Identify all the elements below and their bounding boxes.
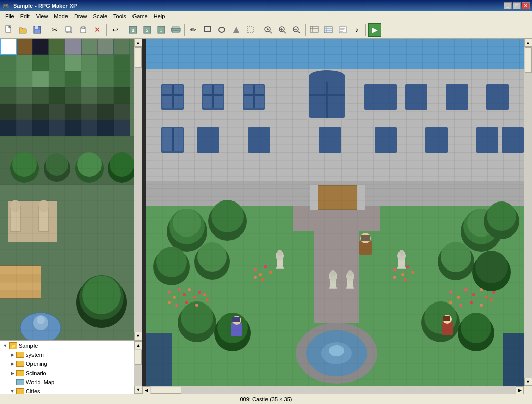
- tile-area[interactable]: [0, 39, 134, 340]
- map-hscroll-track[interactable]: [150, 386, 516, 394]
- map-hscroll[interactable]: ◀ ▶: [142, 386, 524, 394]
- svg-text:2: 2: [146, 28, 148, 33]
- svg-rect-61: [65, 55, 81, 71]
- play-button[interactable]: ▶: [368, 23, 381, 37]
- tree-scroll-up[interactable]: ▲: [134, 341, 142, 349]
- svg-rect-241: [248, 127, 270, 153]
- map-vscroll[interactable]: ▲ ▼: [524, 39, 532, 386]
- menu-file[interactable]: File: [2, 12, 17, 20]
- tree-opening-expand[interactable]: ▶: [8, 360, 16, 368]
- tile-scroll-thumb[interactable]: [135, 47, 142, 68]
- tile-scroll-down[interactable]: ▼: [134, 332, 142, 340]
- map-vscroll-track[interactable]: [524, 47, 532, 378]
- svg-rect-56: [114, 39, 130, 55]
- menu-view[interactable]: View: [33, 12, 51, 20]
- tile-panel: ▲ ▼: [0, 39, 142, 341]
- menu-help[interactable]: Help: [151, 12, 169, 20]
- fill-button[interactable]: [229, 23, 243, 37]
- map-scroll-down[interactable]: ▼: [524, 378, 533, 386]
- menu-edit[interactable]: Edit: [17, 12, 33, 20]
- new-button[interactable]: [2, 23, 15, 37]
- map-area[interactable]: ▲ ▼ ◀ ▶: [142, 39, 532, 394]
- undo-button[interactable]: ↩: [109, 23, 122, 37]
- alllayers-button[interactable]: [169, 23, 182, 37]
- sound-button[interactable]: ♪: [350, 23, 363, 37]
- svg-rect-83: [32, 104, 49, 120]
- delete-button[interactable]: ✕: [91, 23, 104, 37]
- svg-point-327: [399, 250, 404, 256]
- map-list-button[interactable]: [322, 23, 335, 37]
- svg-rect-64: [114, 55, 130, 71]
- tree-item-cities[interactable]: ▼ Cities: [0, 387, 142, 394]
- zoom-button[interactable]: [261, 23, 275, 37]
- tree-item-scinario-label: Scinario: [26, 370, 46, 376]
- svg-point-315: [401, 273, 404, 276]
- rect-button[interactable]: [201, 23, 214, 37]
- sep4: [184, 24, 185, 36]
- svg-point-307: [490, 298, 493, 301]
- tree-root-expand[interactable]: ▼: [1, 342, 9, 350]
- tree-vscroll[interactable]: ▲ ▼: [134, 341, 142, 394]
- map-scroll-up[interactable]: ▲: [524, 39, 533, 47]
- pencil-button[interactable]: ✏: [187, 23, 200, 37]
- svg-point-263: [156, 247, 187, 277]
- select-button[interactable]: [244, 23, 257, 37]
- menu-tools[interactable]: Tools: [110, 12, 129, 20]
- svg-point-301: [485, 296, 488, 299]
- tree-worldmap-icon: [16, 379, 24, 385]
- svg-marker-20: [233, 27, 239, 33]
- tree-system-expand[interactable]: ▶: [8, 351, 16, 359]
- svg-rect-242: [319, 127, 341, 153]
- menu-mode[interactable]: Mode: [51, 12, 71, 20]
- open-button[interactable]: [16, 23, 29, 37]
- map-hscroll-right[interactable]: ▶: [516, 386, 524, 394]
- tree-cities-expand[interactable]: ▼: [8, 387, 16, 394]
- copy-button[interactable]: [62, 23, 76, 37]
- layer1-button[interactable]: 1: [126, 23, 140, 37]
- cut-button[interactable]: ✂: [48, 23, 61, 37]
- close-button[interactable]: ✕: [522, 2, 530, 9]
- layer3-button[interactable]: 3: [155, 23, 168, 37]
- menu-game[interactable]: Game: [129, 12, 151, 20]
- map-hscroll-left[interactable]: ◀: [142, 386, 150, 394]
- svg-point-289: [198, 291, 201, 294]
- ellipse-button[interactable]: [215, 23, 228, 37]
- tree-scroll-down[interactable]: ▼: [134, 386, 142, 394]
- tile-vscroll[interactable]: ▲ ▼: [134, 39, 142, 340]
- menu-draw[interactable]: Draw: [71, 12, 90, 20]
- tree-scroll-track[interactable]: [134, 349, 142, 386]
- map-properties-button[interactable]: [308, 23, 321, 37]
- zoom-out-button[interactable]: [290, 23, 303, 37]
- svg-rect-3: [35, 26, 38, 29]
- tile-scroll-up[interactable]: ▲: [134, 39, 142, 47]
- svg-rect-75: [32, 87, 49, 104]
- minimize-button[interactable]: _: [504, 2, 512, 9]
- menu-scale[interactable]: Scale: [90, 12, 111, 20]
- svg-rect-57: [0, 55, 16, 71]
- save-button[interactable]: [30, 23, 44, 37]
- svg-point-19: [219, 27, 225, 32]
- svg-point-309: [259, 273, 262, 276]
- tile-scroll-track[interactable]: [134, 47, 142, 332]
- sep2: [106, 24, 107, 36]
- tree-item-system[interactable]: ▶ system: [0, 350, 142, 359]
- svg-rect-54: [81, 39, 97, 55]
- script-button[interactable]: [336, 23, 349, 37]
- maximize-button[interactable]: □: [513, 2, 521, 9]
- tree-scroll-thumb[interactable]: [135, 350, 142, 365]
- map-vscroll-thumb[interactable]: [525, 47, 532, 73]
- tree-item-opening[interactable]: ▶ Opening: [0, 359, 142, 368]
- tree-scinario-expand[interactable]: ▶: [8, 369, 16, 377]
- svg-rect-240: [197, 127, 219, 153]
- svg-rect-222: [203, 94, 223, 96]
- tree-root[interactable]: ▼ 📁 Sample: [0, 341, 142, 350]
- svg-point-286: [183, 293, 186, 296]
- layer2-button[interactable]: 2: [141, 23, 154, 37]
- tree-item-worldmap[interactable]: ▶ World_Map: [0, 378, 142, 387]
- map-hscroll-thumb[interactable]: [151, 387, 181, 394]
- tree-item-scinario[interactable]: ▶ Scinario: [0, 368, 142, 378]
- svg-point-265: [197, 242, 227, 272]
- zoom-in-button[interactable]: [276, 23, 289, 37]
- paste-button[interactable]: [77, 23, 90, 37]
- svg-rect-84: [49, 104, 65, 120]
